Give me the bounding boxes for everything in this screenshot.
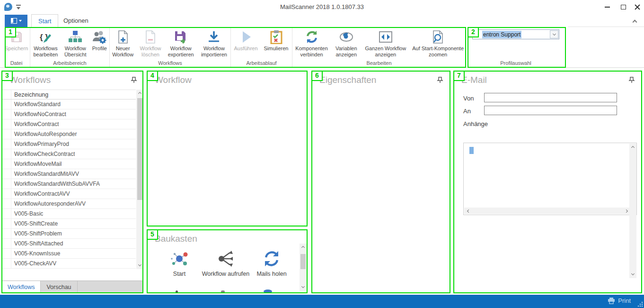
table-row[interactable]: V005-Basic [2,209,136,219]
group-label-bearbeiten: Bearbeiten [292,60,466,66]
table-row[interactable]: WorkflowAutoresponderAVV [2,199,136,209]
scroll-up-icon[interactable] [300,244,307,251]
table-row[interactable]: V005-ShiftAttached [2,239,136,249]
play-icon [239,29,253,45]
workflow-canvas-panel[interactable]: Workflow [147,71,308,226]
minimize-icon [605,7,610,8]
workflow-loeschen-button[interactable]: Workflow löschen [137,28,164,58]
tab-workflows[interactable]: Workflows [2,281,41,293]
file-menu-caret-icon [19,20,22,22]
eye-icon [339,29,354,45]
ganzen-workflow-anzeigen-button[interactable]: Ganzen Workflow anzeigen [362,28,409,58]
table-row[interactable]: WorkflowNoContract [2,109,136,119]
titlebar: MailScanner 2018 1.0.1807.33 [0,0,644,14]
window-title: MailScanner 2018 1.0.1807.33 [0,3,644,10]
table-row[interactable]: V005-ShiftProblem [2,229,136,239]
braces-edit-icon: { } [38,29,53,45]
table-row[interactable]: V005-CheckAVV [2,259,136,269]
minimize-button[interactable] [599,0,615,14]
mail-horizontal-scrollbar[interactable] [464,208,630,214]
baukasten-scrollbar[interactable] [300,244,307,291]
workflow-importieren-button[interactable]: Workflow importieren [198,28,230,58]
fetch-mails-refresh-icon [262,249,282,269]
pin-icon[interactable] [437,77,443,83]
auf-start-komponente-zoomen-button[interactable]: Auf Start-Komponente zoomen [410,28,466,58]
scroll-thumb[interactable] [137,98,142,200]
ribbon-group-datei: Speichern Datei [3,27,30,67]
start-node-icon [169,249,189,269]
maximize-button[interactable] [615,0,631,14]
workflow-exportieren-button[interactable]: Workflow exportieren [165,28,197,58]
tab-start[interactable]: Start [31,14,58,27]
printer-icon [608,297,615,304]
mail-vertical-scrollbar[interactable] [629,144,636,278]
print-label: Print [618,297,631,304]
scroll-up-icon[interactable] [136,90,143,97]
workflows-table-header[interactable]: Bezeichnung [2,90,136,100]
scroll-left-icon[interactable] [464,208,472,214]
table-row[interactable]: WorkflowStandardWithSubAVVFA [2,179,136,189]
table-row[interactable]: WorkflowStandard [2,100,136,109]
partial-icon [264,290,272,293]
workflows-bearbeiten-button[interactable]: { } Workflows bearbeiten [30,28,61,58]
baukasten-panel: Baukasten Start Workflow aufrufen [147,229,308,293]
text-selection [469,147,474,154]
von-field[interactable] [484,93,617,102]
partial-icon [221,290,225,293]
collapse-ribbon-icon[interactable] [633,17,642,25]
table-row[interactable]: WorkflowAutoResponder [2,129,136,139]
table-row[interactable]: WorkflowMoveMail [2,159,136,169]
profile-select-dropdown-icon[interactable] [550,30,558,38]
table-row[interactable]: V005-ShiftCreate [2,219,136,229]
ribbon-group-workflows: Neuer Workflow Workflow löschen Workflow… [110,27,231,67]
resize-grip[interactable] [637,301,643,307]
file-menu-button[interactable] [5,15,27,27]
close-icon [635,4,640,10]
table-row[interactable]: WorkflowContract [2,119,136,129]
an-label: An [463,108,471,115]
baukasten-item-workflow-aufrufen[interactable]: Workflow aufrufen [200,249,252,278]
table-row[interactable]: WorkflowContractAVV [2,189,136,199]
eigenschaften-panel: Eigenschaften [311,71,450,293]
profile-select[interactable]: entron Support [472,29,559,39]
pin-icon[interactable] [628,77,635,83]
baukasten-item-start[interactable]: Start [153,249,205,278]
variablen-anzeigen-button[interactable]: Variablen anzeigen [332,28,361,58]
group-label-profilauswahl: Profilauswahl [466,60,565,66]
neuer-workflow-button[interactable]: Neuer Workflow [110,28,136,58]
ausfuehren-button[interactable]: Ausführen [232,28,260,52]
workflow-uebersicht-button[interactable]: Workflow Übersicht [62,28,89,58]
workflows-panel-title: Workflows [9,75,51,85]
table-row[interactable]: WorkflowCheckContract [2,149,136,159]
scroll-right-icon[interactable] [623,208,630,214]
baukasten-item-mails-holen[interactable]: Mails holen [246,249,298,278]
scroll-down-icon[interactable] [300,283,307,291]
table-row[interactable]: V005-KnownIssue [2,249,136,259]
scroll-up-icon[interactable] [629,144,636,151]
workflows-scrollbar[interactable] [136,90,143,269]
scroll-thumb[interactable] [300,254,306,269]
export-save-icon [174,29,188,45]
column-header-bezeichnung: Bezeichnung [11,91,48,98]
workflows-table: Bezeichnung WorkflowStandard WorkflowNoC… [2,90,136,269]
scroll-down-icon[interactable] [136,262,143,269]
eigenschaften-panel-title: Eigenschaften [319,75,376,85]
ribbon-group-bearbeiten: Komponenten verbinden Variablen anzeigen… [292,27,466,67]
table-row[interactable]: WorkflowPrimaryProd [2,139,136,149]
pin-icon[interactable] [131,77,137,83]
tab-optionen[interactable]: Optionen [57,14,95,27]
table-row[interactable]: WorkflowStandardMitAVV [2,169,136,179]
sync-arrows-icon [305,29,319,45]
close-button[interactable] [629,0,644,14]
workflows-bottom-tabs: Workflows Vorschau [2,281,143,293]
speichern-button[interactable]: Speichern [3,28,30,52]
an-field[interactable] [484,106,617,115]
scroll-down-icon[interactable] [629,271,636,278]
komponenten-verbinden-button[interactable]: Komponenten verbinden [292,28,331,58]
mail-body-area[interactable] [463,143,637,215]
print-button[interactable]: Print [608,297,631,304]
simulieren-button[interactable]: Simulieren [261,28,291,52]
save-icon [10,29,23,45]
profile-button[interactable]: Profile [90,28,109,58]
tab-vorschau[interactable]: Vorschau [41,281,77,293]
